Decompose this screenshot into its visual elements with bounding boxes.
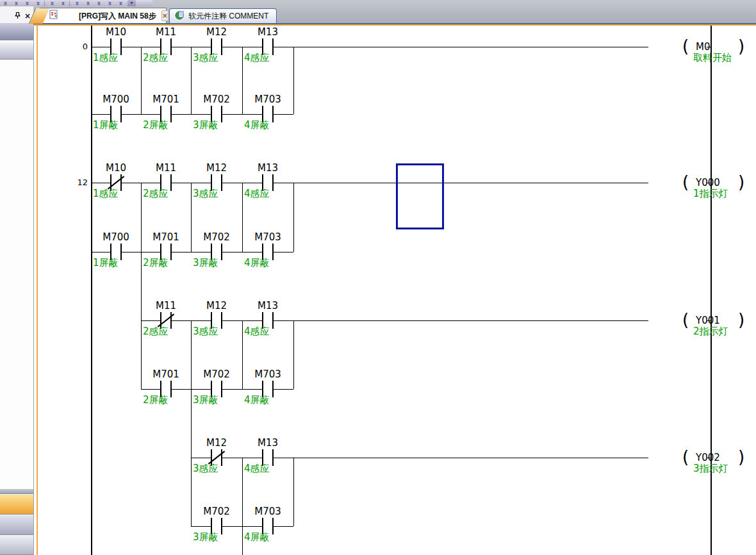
dock-bar-2[interactable] bbox=[0, 489, 33, 494]
contact-bar-right bbox=[272, 106, 274, 122]
device-name[interactable]: M13 bbox=[239, 28, 297, 37]
dock-bar-4[interactable] bbox=[0, 515, 33, 535]
device-name[interactable]: M11 bbox=[137, 301, 195, 311]
contact-bar-right bbox=[170, 381, 172, 397]
coil-close-paren: ) bbox=[738, 173, 744, 191]
power-rail bbox=[711, 26, 712, 555]
device-name[interactable]: M701 bbox=[137, 233, 195, 242]
device-name[interactable]: M12 bbox=[188, 301, 245, 311]
contact-wire-gap bbox=[263, 320, 272, 321]
contact-wire-gap bbox=[111, 47, 120, 47]
dock-bar-1[interactable] bbox=[0, 42, 33, 60]
dock-bar-0[interactable] bbox=[0, 23, 33, 40]
contact-wire-gap bbox=[263, 47, 272, 47]
dock-bar-3[interactable] bbox=[0, 495, 33, 515]
ladder-symbol-toolbar: xxxxxxxxxxx▾ bbox=[0, 0, 152, 6]
contact-wire-gap bbox=[212, 183, 221, 183]
dock-column bbox=[0, 23, 33, 555]
edit-line-icon[interactable]: x bbox=[116, 1, 126, 6]
tab-device-comment[interactable]: 软元件注释 COMMENT bbox=[169, 8, 277, 23]
contact-wire-gap bbox=[212, 252, 221, 253]
pulse-falling-icon[interactable]: x bbox=[105, 1, 115, 6]
device-name[interactable]: M13 bbox=[239, 438, 297, 448]
device-comment: 2感应 bbox=[143, 53, 168, 63]
coil-icon[interactable]: x bbox=[22, 1, 32, 6]
application-instruction-icon[interactable]: x bbox=[33, 1, 43, 6]
toolbar-separator bbox=[44, 1, 46, 6]
tab-close-icon[interactable]: × bbox=[161, 10, 168, 21]
device-comment: 3屏蔽 bbox=[193, 532, 218, 542]
device-name[interactable]: M10 bbox=[87, 163, 145, 173]
coil-device-name[interactable]: Y001 bbox=[696, 315, 720, 326]
device-comment: 4感应 bbox=[244, 326, 270, 336]
contact-bar-right bbox=[221, 174, 222, 191]
device-name[interactable]: M13 bbox=[239, 301, 297, 311]
pulse-rising-icon[interactable]: x bbox=[94, 1, 104, 6]
device-comment: 3感应 bbox=[193, 463, 218, 474]
contact-wire-gap bbox=[161, 389, 170, 390]
tab-main-program[interactable]: [PRG]写入 MAIN 58步 × bbox=[40, 8, 167, 23]
coil-device-name[interactable]: Y000 bbox=[696, 178, 720, 188]
contact-bar-right bbox=[120, 244, 122, 260]
device-name[interactable]: M11 bbox=[137, 28, 195, 37]
contact-open-icon[interactable]: x bbox=[1, 1, 10, 6]
pin-icon[interactable] bbox=[14, 10, 21, 22]
contact-bar-right bbox=[221, 244, 222, 260]
device-name[interactable]: M700 bbox=[87, 233, 145, 242]
horizontal-line-icon[interactable]: x bbox=[58, 1, 68, 6]
prg-ladder-icon bbox=[49, 10, 58, 22]
device-name[interactable]: M702 bbox=[188, 233, 245, 242]
device-comment: 4感应 bbox=[244, 463, 270, 474]
device-name[interactable]: M702 bbox=[188, 507, 245, 517]
contact-parallel-icon[interactable]: x bbox=[12, 1, 21, 6]
wire-vertical bbox=[191, 320, 192, 526]
coil-device-name[interactable]: Y002 bbox=[696, 452, 720, 463]
device-comment: 2屏蔽 bbox=[143, 120, 168, 130]
device-name[interactable]: M702 bbox=[188, 370, 245, 379]
delete-horizontal-icon[interactable]: x bbox=[83, 1, 93, 6]
step-number: 12 bbox=[66, 178, 88, 187]
device-name[interactable]: M11 bbox=[137, 163, 195, 173]
device-name[interactable]: M700 bbox=[87, 95, 145, 104]
dock-divider[interactable] bbox=[33, 23, 34, 555]
device-name[interactable]: M12 bbox=[188, 438, 245, 448]
contact-wire-gap bbox=[263, 526, 272, 527]
device-comment: 4屏蔽 bbox=[244, 120, 270, 130]
coil-comment: 取料开始 bbox=[693, 53, 732, 63]
device-comment: 3屏蔽 bbox=[193, 395, 218, 405]
contact-wire-gap bbox=[161, 114, 170, 115]
device-comment: 3感应 bbox=[193, 53, 218, 63]
coil-close-paren: ) bbox=[738, 311, 744, 329]
dock-bar-5[interactable] bbox=[0, 536, 33, 555]
dock-panel-header: × bbox=[0, 6, 33, 23]
contact-wire-gap bbox=[263, 458, 272, 458]
contact-bar-right bbox=[272, 449, 274, 466]
device-name[interactable]: M12 bbox=[188, 163, 245, 173]
contact-bar-right bbox=[221, 38, 222, 55]
device-name[interactable]: M701 bbox=[137, 370, 195, 379]
device-name[interactable]: M702 bbox=[188, 95, 245, 104]
device-name[interactable]: M703 bbox=[239, 507, 297, 517]
coil-open-paren: ( bbox=[682, 173, 689, 191]
power-rail bbox=[91, 26, 92, 555]
contact-bar-right bbox=[272, 381, 274, 397]
ladder-editor-canvas[interactable]: 012M101感应M112感应M123感应M134感应M7001屏蔽M7012屏… bbox=[38, 26, 756, 555]
device-name[interactable]: M703 bbox=[239, 233, 297, 242]
device-name[interactable]: M703 bbox=[239, 95, 297, 104]
close-icon[interactable]: × bbox=[24, 12, 31, 20]
device-name[interactable]: M13 bbox=[239, 163, 297, 173]
cell-cursor[interactable] bbox=[396, 163, 444, 229]
device-name[interactable]: M701 bbox=[137, 95, 195, 104]
toolbar-overflow-icon[interactable]: ▾ bbox=[127, 0, 136, 6]
device-comment: 1屏蔽 bbox=[93, 120, 119, 130]
device-name[interactable]: M10 bbox=[87, 28, 145, 37]
wire-horizontal bbox=[91, 183, 648, 183]
coil-comment: 2指示灯 bbox=[693, 326, 728, 336]
device-name[interactable]: M12 bbox=[188, 28, 245, 37]
vertical-line-icon[interactable]: x bbox=[47, 1, 57, 6]
delete-vertical-icon[interactable]: x bbox=[72, 1, 82, 6]
contact-wire-gap bbox=[212, 114, 221, 115]
device-name[interactable]: M703 bbox=[239, 370, 297, 379]
coil-device-name[interactable]: M0 bbox=[696, 42, 711, 52]
contact-bar-right bbox=[221, 312, 222, 329]
